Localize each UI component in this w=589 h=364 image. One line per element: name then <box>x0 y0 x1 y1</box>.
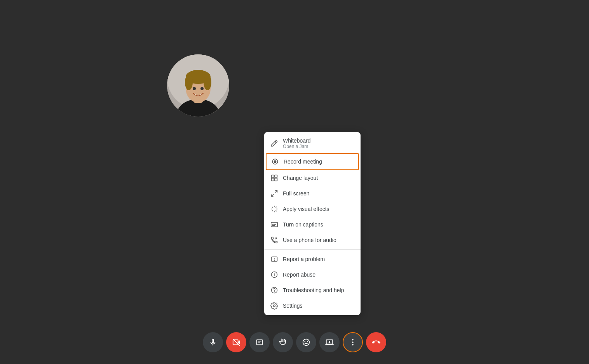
cc-button[interactable] <box>249 332 270 352</box>
visual-effects-label: Apply visual effects <box>283 206 329 212</box>
menu-item-settings[interactable]: Settings <box>264 298 361 313</box>
settings-icon <box>270 302 278 310</box>
present-button[interactable] <box>319 332 340 352</box>
svg-point-38 <box>274 305 275 307</box>
menu-item-report-problem[interactable]: Report a problem <box>264 251 361 267</box>
menu-item-phone-audio[interactable]: Use a phone for audio <box>264 232 361 248</box>
svg-line-24 <box>272 211 273 211</box>
svg-rect-14 <box>272 178 274 181</box>
whiteboard-label: Whiteboard <box>283 138 311 144</box>
svg-point-6 <box>185 75 193 90</box>
svg-rect-13 <box>275 175 277 178</box>
menu-item-report-abuse[interactable]: Report abuse <box>264 267 361 282</box>
menu-item-visual-effects[interactable]: Apply visual effects <box>264 201 361 217</box>
svg-point-41 <box>352 341 354 343</box>
menu-item-captions[interactable]: Turn on captions <box>264 217 361 232</box>
svg-line-17 <box>272 194 274 197</box>
svg-point-42 <box>352 344 354 346</box>
menu-item-troubleshooting[interactable]: Troubleshooting and help <box>264 282 361 298</box>
svg-point-40 <box>352 339 354 341</box>
end-call-button[interactable] <box>366 332 386 352</box>
record-icon <box>271 158 279 165</box>
menu-item-record[interactable]: Record meeting <box>266 153 359 170</box>
troubleshooting-label: Troubleshooting and help <box>283 287 344 293</box>
captions-label: Turn on captions <box>283 221 323 228</box>
record-label: Record meeting <box>284 158 322 165</box>
camera-button[interactable] <box>226 332 246 352</box>
svg-rect-12 <box>272 175 274 178</box>
svg-line-23 <box>276 211 277 211</box>
raise-hand-button[interactable] <box>273 332 293 352</box>
phone-audio-icon <box>270 236 278 244</box>
more-options-button[interactable] <box>343 332 363 352</box>
change-layout-label: Change layout <box>283 175 318 181</box>
toolbar <box>203 332 386 352</box>
menu-divider <box>264 249 361 250</box>
sparkle-icon <box>270 205 278 213</box>
svg-point-9 <box>200 87 204 90</box>
participant-avatar-container <box>167 54 229 117</box>
report-abuse-label: Report abuse <box>283 272 315 278</box>
avatar <box>167 54 229 117</box>
svg-line-25 <box>276 207 277 207</box>
menu-item-fullscreen[interactable]: Full screen <box>264 186 361 201</box>
captions-icon <box>270 221 278 228</box>
layout-icon <box>270 174 278 182</box>
svg-point-8 <box>193 87 196 90</box>
menu-item-whiteboard[interactable]: Whiteboard Open a Jam <box>264 134 361 153</box>
report-abuse-icon <box>270 271 278 279</box>
pencil-icon <box>270 139 278 147</box>
svg-point-35 <box>274 276 275 276</box>
help-icon <box>270 286 278 294</box>
report-problem-label: Report a problem <box>283 256 325 262</box>
context-menu: Whiteboard Open a Jam Record meeting <box>264 132 361 315</box>
fullscreen-label: Full screen <box>283 190 309 197</box>
settings-label: Settings <box>283 303 303 309</box>
svg-point-7 <box>204 75 211 90</box>
svg-line-22 <box>272 207 273 207</box>
svg-line-16 <box>275 191 277 193</box>
fullscreen-icon <box>270 190 278 197</box>
report-problem-icon <box>270 255 278 263</box>
svg-point-32 <box>274 260 275 261</box>
whiteboard-sublabel: Open a Jam <box>283 144 311 149</box>
svg-point-11 <box>274 160 277 163</box>
mic-button[interactable] <box>203 332 223 352</box>
svg-point-37 <box>274 292 275 292</box>
emoji-button[interactable] <box>296 332 316 352</box>
main-area: Whiteboard Open a Jam Record meeting <box>0 0 589 364</box>
menu-item-change-layout[interactable]: Change layout <box>264 170 361 186</box>
svg-rect-15 <box>275 178 277 181</box>
phone-audio-label: Use a phone for audio <box>283 237 336 243</box>
